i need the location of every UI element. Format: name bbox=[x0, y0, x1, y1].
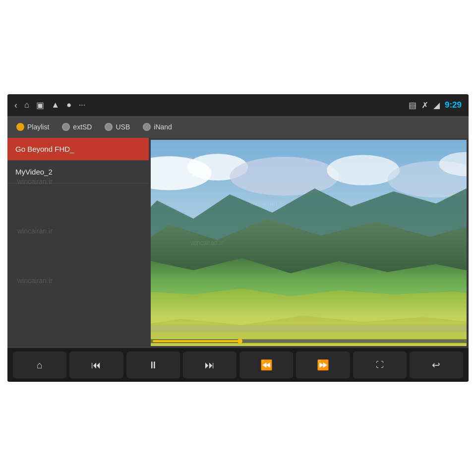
status-bar-right: ▤ ✗ ◢ 9:29 bbox=[409, 100, 462, 111]
home-button[interactable]: ⌂ bbox=[13, 352, 66, 378]
playlist-item-1[interactable]: Go Beyond FHD_ bbox=[7, 138, 149, 161]
menu-icon[interactable]: ··· bbox=[78, 100, 85, 110]
svg-point-3 bbox=[230, 157, 339, 195]
windows-icon[interactable]: ▣ bbox=[36, 100, 44, 111]
status-time: 9:29 bbox=[445, 100, 462, 110]
source-dot-playlist bbox=[16, 123, 24, 131]
back-button[interactable]: ↩ bbox=[410, 352, 463, 378]
status-bar-left: ‹ ⌂ ▣ ▲ ● ··· bbox=[14, 100, 86, 111]
rewind-button[interactable]: ⏪ bbox=[239, 352, 293, 378]
bag-icon[interactable]: ● bbox=[66, 100, 71, 110]
wifi-icon: ◢ bbox=[433, 100, 440, 111]
fullscreen-button-icon: ⛶ bbox=[376, 360, 384, 369]
device-frame: ‹ ⌂ ▣ ▲ ● ··· ▤ ✗ ◢ 9:29 Playlist extSD … bbox=[7, 94, 469, 382]
playlist-sidebar: Go Beyond FHD_ MyVideo_2 wincairan.ir wi… bbox=[7, 138, 149, 348]
bluetooth-icon: ✗ bbox=[421, 100, 428, 111]
watermark-3: wincairan.ir bbox=[17, 277, 53, 285]
status-bar: ‹ ⌂ ▣ ▲ ● ··· ▤ ✗ ◢ 9:29 bbox=[7, 94, 469, 116]
source-dot-usb bbox=[105, 123, 113, 131]
pause-button-icon: ⏸ bbox=[148, 359, 158, 371]
rewind-button-icon: ⏪ bbox=[260, 359, 273, 371]
controls-bar: ⌂ ⏮ ⏸ ⏭ ⏪ ⏩ ⛶ ↩ bbox=[7, 348, 469, 382]
next-button[interactable]: ⏭ bbox=[183, 352, 237, 378]
home-icon[interactable]: ⌂ bbox=[24, 100, 29, 110]
source-dot-inand bbox=[143, 123, 151, 131]
progress-bar-container[interactable] bbox=[151, 339, 467, 343]
back-nav-icon[interactable]: ‹ bbox=[14, 100, 17, 111]
home-button-icon: ⌂ bbox=[37, 359, 43, 371]
playlist-item-1-label: Go Beyond FHD_ bbox=[15, 145, 74, 153]
source-label-extsd: extSD bbox=[73, 123, 92, 131]
camera-icon[interactable]: ▲ bbox=[51, 100, 60, 110]
source-label-playlist: Playlist bbox=[27, 123, 49, 131]
pause-button[interactable]: ⏸ bbox=[126, 352, 180, 378]
playlist-item-2-label: MyVideo_2 bbox=[15, 168, 53, 176]
progress-bar-track bbox=[153, 340, 465, 342]
video-area: wincairan.ir wincairan.ir wincairan.ir bbox=[151, 140, 467, 346]
forward-button-icon: ⏩ bbox=[317, 359, 329, 371]
main-content: Go Beyond FHD_ MyVideo_2 wincairan.ir wi… bbox=[7, 138, 469, 348]
source-btn-extsd[interactable]: extSD bbox=[58, 121, 96, 133]
forward-button[interactable]: ⏩ bbox=[296, 352, 350, 378]
source-bar: Playlist extSD USB iNand bbox=[7, 116, 469, 138]
prev-button[interactable]: ⏮ bbox=[69, 352, 123, 378]
video-thumbnail: wincairan.ir wincairan.ir wincairan.ir bbox=[151, 140, 467, 346]
cast-icon: ▤ bbox=[409, 100, 416, 111]
source-btn-playlist[interactable]: Playlist bbox=[12, 121, 53, 133]
svg-rect-13 bbox=[151, 325, 467, 332]
prev-button-icon: ⏮ bbox=[91, 359, 101, 371]
fullscreen-button[interactable]: ⛶ bbox=[353, 352, 407, 378]
progress-thumb[interactable] bbox=[238, 339, 242, 344]
source-dot-extsd bbox=[62, 123, 70, 131]
source-btn-inand[interactable]: iNand bbox=[139, 121, 176, 133]
source-label-inand: iNand bbox=[154, 123, 172, 131]
source-btn-usb[interactable]: USB bbox=[101, 121, 134, 133]
source-label-usb: USB bbox=[116, 123, 130, 131]
next-button-icon: ⏭ bbox=[205, 359, 215, 371]
progress-bar-fill bbox=[153, 340, 240, 342]
playlist-item-2[interactable]: MyVideo_2 bbox=[7, 161, 149, 183]
watermark-2: wincairan.ir bbox=[17, 227, 53, 235]
back-button-icon: ↩ bbox=[432, 359, 440, 371]
